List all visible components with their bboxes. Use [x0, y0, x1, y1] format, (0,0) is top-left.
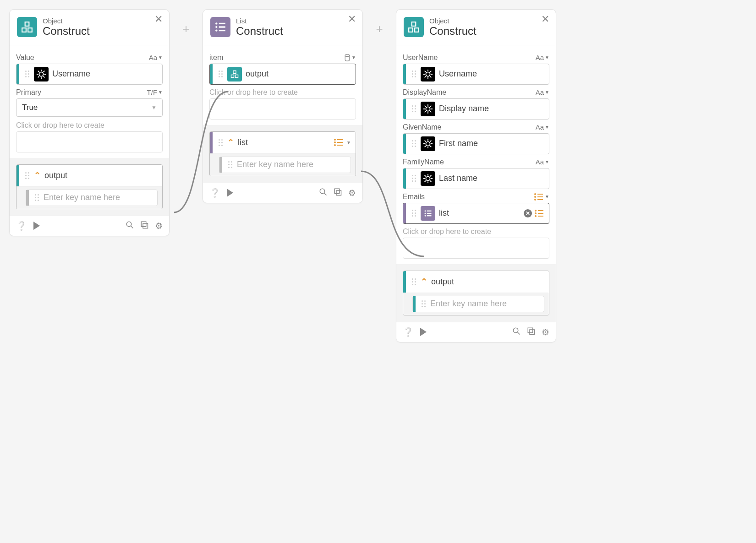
drag-handle-icon[interactable] [409, 99, 419, 119]
field-type-badge[interactable]: ▼ [344, 54, 356, 61]
drag-handle-icon[interactable] [409, 271, 419, 293]
field-type-badge[interactable]: Aa▼ [536, 158, 549, 166]
svg-line-65 [425, 175, 426, 177]
card-list-construct: List Construct ✕ item ▼ output Click or … [203, 9, 363, 203]
close-icon[interactable]: ✕ [541, 14, 549, 24]
svg-line-10 [38, 76, 39, 77]
familyname-pill[interactable]: Last name [403, 168, 549, 189]
field-type-badge[interactable]: ▼ [534, 193, 549, 201]
drop-area[interactable] [403, 238, 549, 259]
select-true-false[interactable]: True ▼ [16, 98, 163, 117]
svg-line-8 [38, 71, 39, 72]
displayname-pill[interactable]: Display name [403, 98, 549, 119]
card-header: List Construct ✕ [203, 10, 362, 45]
key-name-input[interactable]: Enter key name here [26, 190, 158, 206]
drag-handle-icon[interactable] [409, 64, 419, 84]
chevron-up-icon[interactable]: ⌃ [227, 137, 234, 147]
field-type-badge[interactable]: Aa▼ [149, 54, 163, 61]
play-icon[interactable] [227, 189, 233, 197]
svg-line-9 [44, 76, 45, 77]
key-name-input[interactable]: Enter key name here [219, 157, 351, 173]
field-type-badge[interactable]: T/F▼ [147, 88, 163, 96]
help-icon[interactable]: ❔ [403, 327, 414, 337]
drag-handle-icon[interactable] [409, 134, 419, 154]
drop-area[interactable] [209, 98, 356, 119]
svg-line-11 [44, 71, 45, 72]
help-icon[interactable]: ❔ [16, 221, 27, 231]
svg-line-27 [324, 193, 326, 195]
card-type-label: Object [429, 17, 477, 25]
svg-line-68 [430, 175, 432, 177]
field-label: Primary [16, 88, 41, 97]
gear-icon[interactable]: ⚙ [542, 327, 549, 337]
gear-spinner-icon [34, 67, 49, 81]
chevron-up-icon[interactable]: ⌃ [34, 170, 41, 180]
gear-spinner-icon [421, 102, 435, 116]
gear-icon[interactable]: ⚙ [155, 221, 163, 231]
svg-rect-25 [236, 75, 238, 77]
svg-point-33 [426, 72, 430, 76]
drag-handle-icon[interactable] [22, 165, 32, 186]
item-pill[interactable]: output [209, 64, 356, 85]
search-icon[interactable] [126, 221, 134, 231]
search-icon[interactable] [512, 327, 520, 337]
username-pill[interactable]: Username [403, 64, 549, 85]
play-icon[interactable] [33, 222, 40, 230]
pill-text: output [246, 69, 356, 79]
pill-text: Username [52, 69, 162, 79]
svg-point-51 [426, 141, 430, 146]
help-icon[interactable]: ❔ [209, 188, 220, 198]
value-pill[interactable]: Username [16, 64, 163, 85]
add-card-icon[interactable]: + [376, 22, 383, 36]
svg-line-49 [425, 111, 426, 112]
remove-icon[interactable]: ✕ [524, 209, 532, 217]
field-type-badge[interactable]: Aa▼ [536, 54, 549, 61]
card-footer: ❔ ⚙ [203, 183, 362, 203]
search-icon[interactable] [319, 188, 327, 198]
play-icon[interactable] [420, 328, 427, 336]
gear-icon[interactable]: ⚙ [348, 188, 356, 198]
copy-icon[interactable] [527, 327, 535, 337]
connector-1 [170, 206, 229, 261]
svg-line-13 [131, 226, 133, 228]
key-name-input[interactable]: Enter key name here [412, 296, 544, 312]
close-icon[interactable]: ✕ [154, 14, 163, 24]
drag-handle-icon[interactable] [215, 132, 225, 153]
close-icon[interactable]: ✕ [348, 14, 356, 24]
output-row[interactable]: ⌃ output [16, 165, 162, 187]
svg-rect-70 [427, 210, 432, 211]
card-object-construct-2: Object Construct ✕ UserName Aa▼ Username… [396, 9, 556, 342]
output-row[interactable]: ⌃ list ▼ [210, 132, 356, 154]
list-type-icon [534, 193, 543, 201]
field-label: DisplayName [403, 88, 446, 97]
svg-line-59 [430, 141, 432, 142]
emails-pill[interactable]: list ✕ [403, 203, 549, 224]
field-type-badge[interactable]: Aa▼ [536, 123, 549, 131]
svg-point-73 [425, 215, 426, 217]
drop-area[interactable] [16, 131, 163, 152]
svg-rect-1 [22, 28, 26, 33]
givenname-pill[interactable]: First name [403, 133, 549, 154]
add-card-icon[interactable]: + [182, 22, 189, 36]
list-icon [210, 17, 230, 37]
copy-icon[interactable] [334, 188, 342, 198]
chevron-up-icon[interactable]: ⌃ [421, 277, 427, 287]
object-icon [404, 17, 424, 37]
output-row[interactable]: ⌃ output [403, 271, 549, 293]
card-header: Object Construct ✕ [396, 10, 556, 45]
svg-line-56 [425, 141, 426, 142]
drag-handle-icon[interactable] [22, 64, 32, 84]
pill-sidebar [16, 64, 19, 84]
output-label: output [431, 277, 549, 287]
drag-handle-icon[interactable] [409, 168, 419, 189]
drag-handle-icon[interactable] [409, 203, 419, 223]
svg-point-20 [215, 30, 217, 32]
svg-rect-2 [28, 28, 32, 33]
drag-handle-icon[interactable] [215, 64, 225, 84]
field-type-badge[interactable]: Aa▼ [536, 88, 549, 96]
card-title: Construct [429, 25, 477, 38]
copy-icon[interactable] [140, 221, 148, 231]
gear-spinner-icon [421, 67, 435, 81]
svg-rect-31 [409, 28, 413, 33]
svg-point-60 [426, 176, 430, 180]
